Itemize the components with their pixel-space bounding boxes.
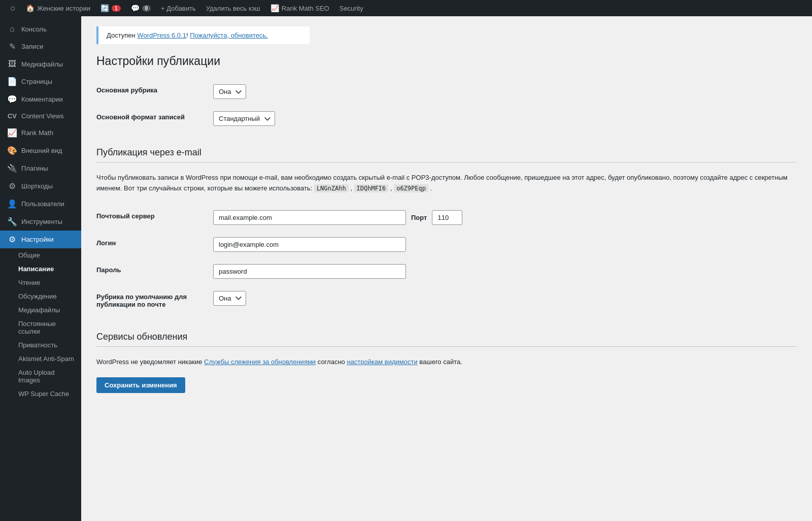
media-icon: 🖼	[7, 59, 17, 69]
table-row-category: Основная рубрика Она	[96, 78, 797, 105]
sidebar: ⌂ Консоль ✎ Записи 🖼 Медиафайлы 📄 Страни…	[0, 16, 81, 521]
port-input[interactable]	[432, 210, 462, 225]
login-input[interactable]	[213, 237, 406, 252]
mail-server-input[interactable]	[213, 210, 406, 225]
field-cell-default-mail-category: Она	[208, 285, 797, 316]
sub-item-general[interactable]: Общие	[0, 248, 81, 262]
tools-icon: 🔧	[7, 217, 17, 226]
sub-item-discussion[interactable]: Обсуждение	[0, 289, 81, 303]
sub-item-permalinks[interactable]: Постоянные ссылки	[0, 317, 81, 338]
password-input[interactable]	[213, 264, 406, 279]
security-button[interactable]: Security	[334, 0, 368, 16]
rank-math-button[interactable]: 📈 Rank Math SEO	[265, 0, 334, 16]
sidebar-item-rank-math[interactable]: 📈 Rank Math	[0, 124, 81, 142]
field-label-category: Основная рубрика	[96, 78, 208, 105]
rank-math-icon: 📈	[7, 128, 17, 138]
default-category-select[interactable]: Она	[213, 84, 246, 99]
settings-submenu: Общие Написание Чтение Обсуждение Медиаф…	[0, 248, 81, 401]
sidebar-item-tools[interactable]: 🔧 Инструменты	[0, 213, 81, 231]
site-name-button[interactable]: 🏠 Женские истории	[21, 0, 95, 16]
field-label-mail-server: Почтовый сервер	[96, 204, 208, 231]
update-services-description: WordPress не уведомляет никакие Службы с…	[96, 357, 797, 368]
sub-item-reading[interactable]: Чтение	[0, 276, 81, 289]
posts-icon: ✎	[7, 42, 17, 51]
sidebar-item-users[interactable]: 👤 Пользователи	[0, 195, 81, 213]
page-title: Настройки публикации	[96, 54, 797, 68]
content-views-icon: CV	[7, 112, 17, 120]
field-cell-category: Она	[208, 78, 797, 105]
email-fields-table: Почтовый сервер Порт Логин	[96, 204, 797, 316]
table-row-default-mail-category: Рубрика по умолчанию для публикации по п…	[96, 285, 797, 316]
sub-item-privacy[interactable]: Приватность	[0, 338, 81, 352]
sub-item-wp-super-cache[interactable]: WP Super Cache	[0, 387, 81, 401]
shortcodes-icon: ⚙	[7, 181, 17, 191]
post-format-select[interactable]: Стандартный Заметка Цитата	[213, 111, 275, 126]
code-2: IDQhMFI6	[354, 184, 389, 192]
sidebar-item-posts[interactable]: ✎ Записи	[0, 38, 81, 55]
visibility-settings-link[interactable]: настройкам видимости	[347, 358, 417, 366]
field-label-default-mail-category: Рубрика по умолчанию для публикации по п…	[96, 285, 208, 316]
wp-update-link[interactable]: WordPress 6.0.1	[137, 31, 186, 39]
comments-icon: 💬	[7, 94, 17, 104]
sub-item-auto-upload[interactable]: Auto Upload Images	[0, 366, 81, 387]
table-row-mail-server: Почтовый сервер Порт	[96, 204, 797, 231]
email-section-title: Публикация через e-mail	[96, 147, 797, 162]
sidebar-item-comments[interactable]: 💬 Комментарии	[0, 90, 81, 108]
port-label: Порт	[411, 214, 427, 221]
sidebar-item-dashboard[interactable]: ⌂ Консоль	[0, 20, 81, 38]
update-services-section-title: Сервисы обновления	[96, 332, 797, 347]
default-mail-category-select[interactable]: Она	[213, 291, 246, 306]
submit-row: Сохранить изменения	[96, 377, 797, 393]
add-new-button[interactable]: + Добавить	[156, 0, 201, 16]
please-update-link[interactable]: Пожалуйста, обновитесь.	[190, 31, 268, 39]
sidebar-item-settings[interactable]: ⚙ Настройки	[0, 231, 81, 248]
writing-settings-form: Основная рубрика Она Основной формат зап…	[96, 78, 797, 393]
basic-settings-table: Основная рубрика Она Основной формат зап…	[96, 78, 797, 132]
update-notice: Доступен WordPress 6.0.1! Пожалуйста, об…	[96, 26, 310, 44]
sidebar-item-shortcodes[interactable]: ⚙ Шорткоды	[0, 177, 81, 195]
main-content: Доступен WordPress 6.0.1! Пожалуйста, об…	[81, 16, 812, 521]
field-label-post-format: Основной формат записей	[96, 105, 208, 132]
sub-item-media[interactable]: Медиафайлы	[0, 303, 81, 317]
field-label-password: Пароль	[96, 258, 208, 285]
field-label-login: Логин	[96, 231, 208, 258]
wp-logo-button[interactable]: ○	[5, 0, 21, 16]
sidebar-item-media[interactable]: 🖼 Медиафайлы	[0, 55, 81, 73]
field-cell-mail-server: Порт	[208, 204, 797, 231]
plugins-icon: 🔌	[7, 164, 17, 173]
table-row-login: Логин	[96, 231, 797, 258]
sidebar-item-pages[interactable]: 📄 Страницы	[0, 73, 81, 90]
comments-button[interactable]: 💬 0	[126, 0, 156, 16]
dashboard-icon: ⌂	[7, 24, 17, 34]
pages-icon: 📄	[7, 77, 17, 86]
table-row-post-format: Основной формат записей Стандартный Заме…	[96, 105, 797, 132]
field-cell-post-format: Стандартный Заметка Цитата	[208, 105, 797, 132]
updates-button[interactable]: 🔄 1	[95, 0, 126, 16]
save-button[interactable]: Сохранить изменения	[96, 377, 185, 393]
email-description: Чтобы публиковать записи в WordPress при…	[96, 173, 797, 194]
field-cell-password	[208, 258, 797, 285]
appearance-icon: 🎨	[7, 146, 17, 155]
table-row-password: Пароль	[96, 258, 797, 285]
update-services-link[interactable]: Службы слежения за обновлениями	[204, 358, 316, 366]
code-1: LNGnZAhh	[314, 184, 349, 192]
sidebar-item-plugins[interactable]: 🔌 Плагины	[0, 159, 81, 177]
field-cell-login	[208, 231, 797, 258]
admin-bar: ○ 🏠 Женские истории 🔄 1 💬 0 + Добавить У…	[0, 0, 812, 16]
sidebar-item-appearance[interactable]: 🎨 Внешний вид	[0, 142, 81, 159]
settings-icon: ⚙	[7, 235, 17, 244]
users-icon: 👤	[7, 199, 17, 209]
sub-item-akismet[interactable]: Akismet Anti-Spam	[0, 352, 81, 366]
clear-cache-button[interactable]: Удалить весь кэш	[201, 0, 265, 16]
code-3: o6Z9PEqp	[394, 184, 428, 192]
sub-item-writing[interactable]: Написание	[0, 262, 81, 276]
sidebar-item-content-views[interactable]: CV Content Views	[0, 108, 81, 124]
